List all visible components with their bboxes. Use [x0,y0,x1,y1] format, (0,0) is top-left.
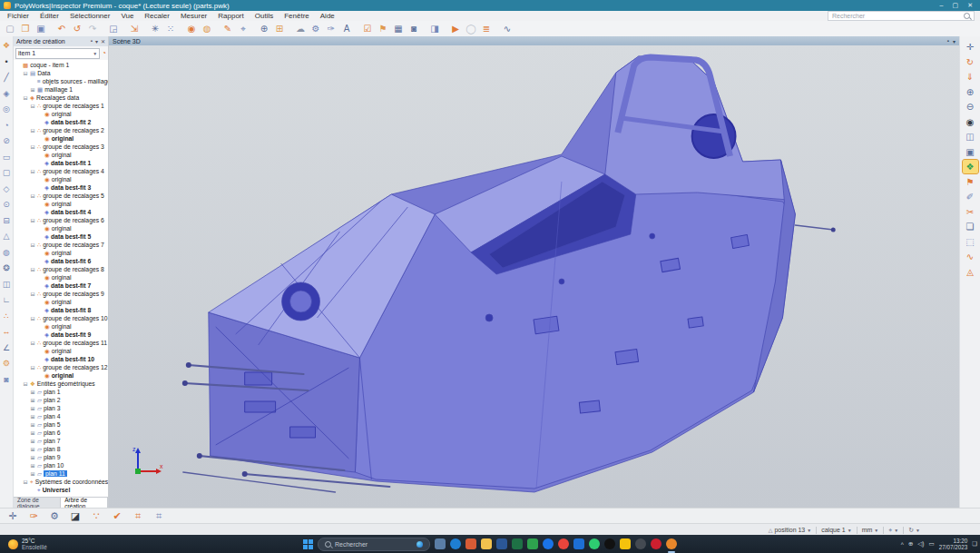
tree-expander-icon[interactable]: ⊟ [30,266,35,272]
taskbar-app-chrome[interactable] [558,538,569,549]
play-macro[interactable]: ▶ [448,22,463,35]
digitize-points[interactable]: ⁙ [163,22,178,35]
arc-tool[interactable]: ◔ [4,120,8,132]
measurement-table[interactable]: ⊞ [272,22,287,35]
mesh-sphere-tool[interactable]: ❂ [3,262,10,274]
gauge-a-tool[interactable]: ⌗ [131,509,145,523]
tree-item[interactable]: ◈ data best-fit 7 [14,281,108,290]
gear-tool[interactable]: ⚙ [3,358,10,370]
pan-tool[interactable]: ✛ [963,40,978,54]
tree-item[interactable]: ◉ original [14,347,108,355]
tree-item[interactable]: ⊟ ∴ groupe de recalages 2 [14,126,108,134]
cloud-tool[interactable]: ☁ [293,22,308,35]
panel-tab[interactable]: Zone de dialogue [14,498,61,508]
restore-view[interactable]: ↺ [70,22,84,35]
colormap-tool[interactable]: ❖ [963,160,978,173]
tree-item[interactable]: ⊞ ▱ plan 6 [14,429,108,437]
menu-item[interactable]: Recaler [144,12,170,20]
tree-expander-icon[interactable]: ⊟ [30,143,35,150]
status-position-dropdown[interactable]: △ position 13 ▼ [769,527,811,533]
viewport-menu-icon[interactable]: ▾ [953,38,956,44]
tree-item[interactable]: ◉ original [14,298,108,306]
tree-expander-icon[interactable]: ⊟ [30,340,35,346]
tray-network-icon[interactable]: ⊕ [908,540,913,548]
tree-item[interactable]: ⊟ ∴ groupe de recalages 12 [14,363,108,371]
report-item[interactable]: ⚑ [376,22,390,35]
tree-expander-icon[interactable]: ⊟ [30,193,35,199]
panel-pin-icon[interactable]: ▾ [95,38,98,44]
tree-expander-icon[interactable]: ⊟ [30,291,35,297]
3d-model[interactable] [109,45,959,508]
tree-item[interactable]: ⊞ ▱ plan 9 [14,453,108,461]
panel-close-icon[interactable]: ✕ [101,38,105,44]
tree-expander-icon[interactable]: ⊟ [23,479,28,485]
tree-item[interactable]: ▩ coque - item 1 [14,61,108,69]
menu-item[interactable]: Rapport [218,12,243,20]
distance-tool[interactable]: ↔ [3,326,11,338]
tree-expander-icon[interactable]: ⊞ [30,413,35,420]
tree-expander-icon[interactable]: ⊞ [30,389,35,395]
tree-item[interactable]: ⊞ ▱ plan 11 [14,469,108,478]
cube-tool[interactable]: ◫ [3,279,11,291]
menu-item[interactable]: Fichier [7,12,29,20]
taskbar-app-notes[interactable] [620,538,631,549]
tree-expander-icon[interactable]: ⊟ [30,242,35,248]
tree-item[interactable]: ◈ data best-fit 10 [14,355,108,363]
tree-item[interactable]: ◈ data best-fit 5 [14,232,108,241]
rotate-tool[interactable]: ↻ [963,55,978,69]
taskbar-app-teamviewer[interactable] [543,538,554,549]
check-sheet[interactable]: ☑ [360,22,375,35]
probe-compensate-tool[interactable]: ✑ [26,509,41,523]
maximize-button[interactable]: ▢ [953,2,959,9]
table-report[interactable]: ▦ [391,22,406,35]
tree-expander-icon[interactable]: ⊞ [30,446,35,452]
text-annotation[interactable]: A [339,22,354,35]
taskbar-app-polyworks[interactable] [666,538,677,549]
tree-item[interactable]: ⊞ ▱ plan 1 [14,388,108,396]
tree-item[interactable]: ◉ original [14,371,108,380]
measure-tool[interactable]: ✐ [963,190,978,203]
rectangle-tool[interactable]: ▢ [3,167,11,179]
validate-tool[interactable]: ✔ [110,509,124,523]
tree-expander-icon[interactable]: ⊞ [30,397,35,403]
tree-expander-icon[interactable]: ⊟ [30,127,35,133]
menu-item[interactable]: Fenêtre [284,12,309,20]
tree-item[interactable]: ⌖ Universel [14,486,108,494]
sequence-list[interactable]: ≣ [479,22,494,35]
taskbar-app-sheets[interactable] [527,538,538,549]
tree-item[interactable]: ◉ original [14,249,108,257]
zoom-out-tool[interactable]: ⊖ [963,100,978,114]
tree-expander-icon[interactable]: ⊟ [23,380,28,387]
menu-item[interactable]: Sélectionner [70,12,110,20]
tree-item[interactable]: ⊟ ▤ Data [14,69,108,77]
taskbar-clock[interactable]: 13:20 27/07/2023 [939,538,968,550]
point-cloud-tool[interactable]: ∴ [4,311,9,322]
tray-volume-icon[interactable]: ◁) [917,540,924,548]
status-units-dropdown[interactable]: mm ▼ [862,527,879,533]
polygon-tool[interactable]: ◇ [4,183,10,195]
tree-expander-icon[interactable]: ⊞ [30,430,35,436]
tree-item[interactable]: ◈ data best-fit 2 [14,118,108,126]
tree-item[interactable]: ⊟ ∴ groupe de recalages 9 [14,290,108,298]
select-probe[interactable]: ⌖ [236,22,250,35]
point-tool[interactable]: • [5,56,7,68]
taskbar-app-task-view[interactable] [435,538,446,549]
menu-item[interactable]: Aide [320,12,335,20]
tree-item[interactable]: ◈ data best-fit 8 [14,306,108,314]
tree-item[interactable]: ◉ original [14,200,108,208]
scan-tool[interactable]: ◍ [200,22,214,35]
sphere-tool[interactable]: ◍ [3,247,10,259]
panel-tab[interactable]: Arbre de création [61,498,108,508]
scene-3d-canvas[interactable]: z x [109,45,959,508]
tree-item[interactable]: ⊟ ∴ groupe de recalages 11 [14,339,108,347]
visibility-eye-tool[interactable]: ◉ [963,115,978,129]
polyline-tool[interactable]: ∟ [3,294,11,306]
status-layer-dropdown[interactable]: calque 1 ▼ [821,527,851,533]
tree-item[interactable]: ◈ data best-fit 6 [14,257,108,265]
record-macro[interactable]: ◯ [464,22,478,35]
tree-item[interactable]: ⊟ ⌖ Systèmes de coordonnées [14,478,108,486]
freeform-select-tool[interactable]: ∿ [963,250,978,263]
search-input[interactable]: Rechercher [828,11,975,21]
cone-tool[interactable]: △ [4,231,10,242]
taskbar-app-spotify[interactable] [604,538,615,549]
